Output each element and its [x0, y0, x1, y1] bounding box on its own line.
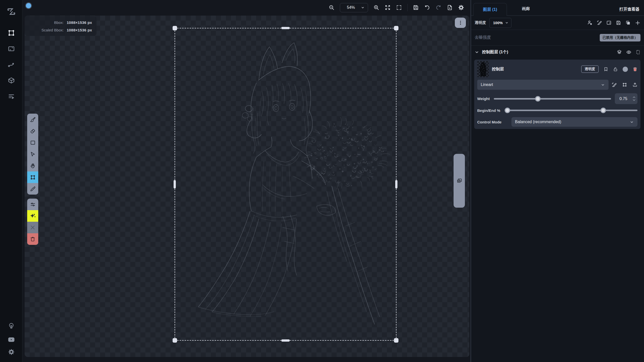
bbox-label: Bbox: [25, 20, 64, 25]
weight-value-box[interactable]: 0.75 [615, 93, 637, 104]
control-layer-card[interactable]: 控制层 透明度 Lineart Weight [474, 60, 640, 129]
tool-filter[interactable] [27, 199, 38, 210]
visibility-eye-icon[interactable] [626, 50, 631, 55]
tool-move[interactable] [27, 148, 38, 160]
bbox-handle-right[interactable] [395, 180, 397, 189]
model-value: Lineart [481, 82, 601, 87]
weight-slider[interactable] [494, 96, 611, 102]
tool-delete[interactable] [27, 233, 38, 245]
end-thumb[interactable] [600, 108, 606, 113]
canvas-toolbar: 54% [329, 0, 464, 15]
tool-eraser[interactable] [27, 125, 38, 137]
undo-icon[interactable] [424, 5, 430, 11]
denoise-row: 去噪强度 已禁用（无栅格内容） [471, 30, 644, 45]
chevron-down-icon [361, 6, 365, 10]
tool-transform-bbox[interactable] [27, 171, 38, 183]
layer-color-dot[interactable] [623, 67, 628, 72]
canvas-workspace[interactable]: Bbox: 1088×1536 px Scaled Bbox: 1088×153… [22, 0, 470, 362]
tab-upscaling[interactable] [0, 45, 22, 52]
scaled-bbox-label: Scaled Bbox: [25, 28, 64, 32]
bbox-frame-icon[interactable] [636, 50, 640, 55]
layer-opacity-badge[interactable]: 透明度 [581, 65, 599, 73]
crop-canvas-icon[interactable] [606, 20, 612, 25]
chevron-down-icon[interactable] [475, 50, 479, 54]
save-layer-icon[interactable] [616, 20, 621, 25]
settings-gear-icon[interactable] [0, 349, 22, 355]
tab-workflows[interactable] [0, 61, 22, 68]
opacity-row: 透明度 100% [471, 16, 644, 30]
layer-actions [587, 20, 640, 26]
tool-view-hand[interactable] [27, 160, 38, 171]
unlock-icon[interactable] [613, 67, 618, 72]
zoom-in-icon[interactable] [373, 5, 379, 11]
video-play-icon[interactable] [0, 336, 22, 343]
tool-rectangle[interactable] [27, 137, 38, 148]
fit-view-icon[interactable] [385, 5, 391, 11]
fit-bbox-icon[interactable] [396, 5, 402, 11]
toolbar-divider [407, 4, 408, 11]
delete-layer-icon[interactable] [633, 67, 637, 72]
chevron-down-icon [601, 83, 605, 87]
tool-palette-actions [27, 199, 38, 245]
open-viewer-link[interactable]: 打开查看器 [619, 7, 644, 12]
upload-icon[interactable] [632, 82, 637, 87]
bbox-handle-tr[interactable] [394, 26, 398, 30]
selection-bbox[interactable] [175, 28, 396, 341]
control-layers-header[interactable]: 控制图层 (1个) [471, 46, 644, 59]
support-icon[interactable] [0, 323, 22, 329]
invoke-logo[interactable] [0, 7, 22, 16]
tab-layers[interactable]: 图层 (1) [473, 3, 507, 16]
gallery-handle[interactable] [454, 154, 465, 208]
control-mode-select[interactable]: Balanced (recommended) [511, 117, 637, 127]
begin-end-label: Begin/End % [477, 108, 505, 113]
weight-steppers[interactable] [632, 96, 636, 101]
tool-cancel[interactable] [27, 222, 38, 233]
kebab-menu-icon [458, 20, 463, 25]
model-select[interactable]: Lineart [477, 80, 609, 90]
zoom-level-select[interactable]: 54% [340, 3, 368, 12]
begin-thumb[interactable] [505, 108, 510, 113]
zoom-out-icon[interactable] [329, 5, 335, 11]
tool-color-picker[interactable] [27, 183, 38, 195]
new-canvas-icon[interactable] [447, 5, 453, 11]
images-icon [457, 178, 462, 184]
bbox-handle-bl[interactable] [173, 338, 177, 343]
canvas-menu-button[interactable] [455, 18, 466, 28]
tool-palette-main [27, 114, 38, 195]
canvas-settings-gear-icon[interactable] [458, 5, 464, 11]
begin-end-track[interactable] [505, 110, 637, 111]
layers-stack-icon[interactable] [617, 50, 622, 55]
tab-gallery[interactable]: 画廊 [507, 3, 545, 15]
stepper-up-icon[interactable] [632, 96, 636, 98]
begin-end-slider[interactable] [505, 108, 637, 113]
save-icon[interactable] [413, 5, 419, 11]
duplicate-icon[interactable] [625, 20, 631, 25]
bbox-corners-icon[interactable] [622, 82, 627, 87]
tab-canvas[interactable] [0, 29, 22, 36]
bookmark-icon[interactable] [603, 67, 608, 72]
bbox-handle-tl[interactable] [173, 26, 177, 30]
bbox-handle-br[interactable] [394, 338, 398, 343]
model-row: Lineart [477, 80, 637, 90]
bbox-handle-top[interactable] [281, 27, 290, 29]
tab-models[interactable] [0, 77, 22, 84]
layer-thumbnail[interactable] [477, 61, 489, 77]
tool-brush[interactable] [27, 114, 38, 125]
layer-title: 控制层 [492, 67, 504, 72]
weight-slider-track[interactable] [494, 98, 611, 100]
filter-brush-icon[interactable] [597, 20, 602, 25]
redo-icon[interactable] [435, 5, 441, 11]
tool-process[interactable] [27, 210, 38, 222]
filter-brush-icon[interactable] [612, 82, 617, 87]
bbox-handle-left[interactable] [174, 180, 176, 189]
opacity-select[interactable]: 100% [489, 18, 511, 28]
merge-visible-icon[interactable] [587, 20, 592, 25]
weight-label: Weight [477, 97, 494, 101]
tab-queue[interactable] [0, 93, 22, 100]
bbox-handle-bottom[interactable] [281, 339, 290, 342]
color-swatch[interactable] [25, 2, 32, 9]
add-layer-icon[interactable] [635, 20, 640, 26]
stepper-down-icon[interactable] [632, 99, 636, 101]
weight-slider-thumb[interactable] [535, 96, 541, 102]
control-layers-actions [617, 50, 640, 55]
